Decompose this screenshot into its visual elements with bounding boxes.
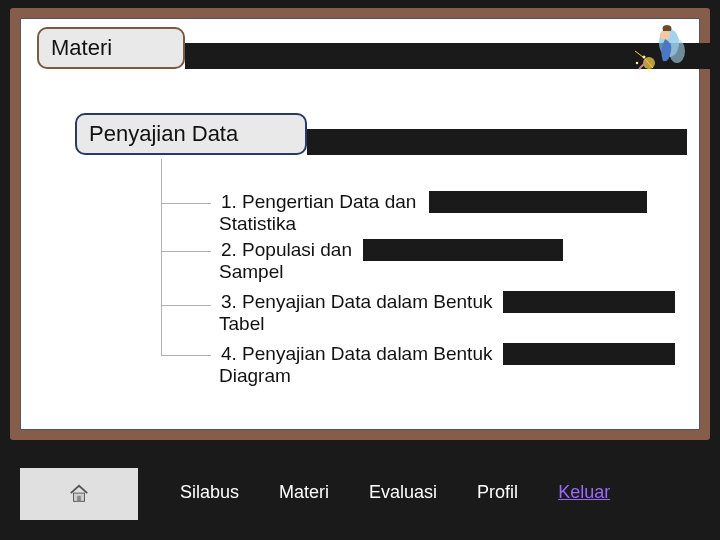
page-title: Materi: [37, 27, 185, 69]
fairy-icon: [629, 21, 691, 83]
list-item-line1: 1. Pengertian Data dan: [219, 191, 418, 213]
slide-frame: Materi Penyajian Data 1. Pengertian Data…: [10, 8, 710, 440]
tree-branch-line: [161, 355, 211, 356]
list-item-line1: 2. Populasi dan: [219, 239, 354, 261]
slide-canvas: Materi Penyajian Data 1. Pengertian Data…: [20, 18, 700, 430]
svg-point-4: [643, 56, 646, 59]
list-item[interactable]: 2. Populasi dan Sampel: [219, 239, 659, 283]
home-icon: [68, 483, 90, 505]
tree-trunk-line: [161, 159, 162, 355]
svg-point-6: [648, 70, 650, 72]
nav-evaluasi[interactable]: Evaluasi: [369, 482, 437, 510]
svg-rect-8: [77, 496, 81, 502]
list-item-line2: Sampel: [219, 261, 659, 283]
page-title-text: Materi: [51, 35, 112, 61]
section-heading-text: Penyajian Data: [89, 121, 238, 147]
home-button[interactable]: [20, 468, 138, 520]
list-item-line1: 3. Penyajian Data dalam Bentuk: [219, 291, 494, 313]
tree-branch-line: [161, 305, 211, 306]
svg-point-5: [636, 62, 638, 64]
nav-keluar[interactable]: Keluar: [558, 482, 610, 510]
list-item[interactable]: 1. Pengertian Data dan Statistika: [219, 191, 659, 235]
list-item[interactable]: 4. Penyajian Data dalam Bentuk Diagram: [219, 343, 679, 387]
section-heading: Penyajian Data: [75, 113, 307, 155]
tree-branch-line: [161, 203, 211, 204]
svg-point-3: [660, 30, 670, 40]
outline-tree: 1. Pengertian Data dan Statistika 2. Pop…: [161, 159, 681, 405]
list-item-line1: 4. Penyajian Data dalam Bentuk: [219, 343, 494, 365]
list-item[interactable]: 3. Penyajian Data dalam Bentuk Tabel: [219, 291, 679, 335]
nav-silabus[interactable]: Silabus: [180, 482, 239, 510]
nav-profil[interactable]: Profil: [477, 482, 518, 510]
svg-point-2: [669, 39, 685, 63]
list-item-line2: Statistika: [219, 213, 659, 235]
list-item-line2: Tabel: [219, 313, 679, 335]
nav-materi[interactable]: Materi: [279, 482, 329, 510]
tree-branch-line: [161, 251, 211, 252]
heading-shadow: [307, 129, 687, 155]
bottom-nav: Silabus Materi Evaluasi Profil Keluar: [180, 482, 700, 510]
list-item-line2: Diagram: [219, 365, 679, 387]
